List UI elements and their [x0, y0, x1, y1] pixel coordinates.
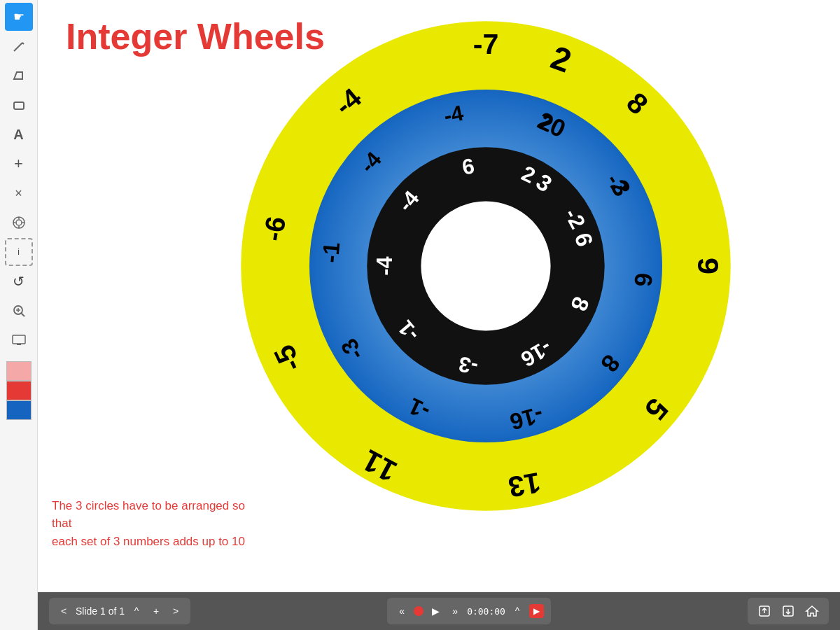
svg-text:9: 9: [692, 258, 725, 274]
wheel-container: 2 9 5 13 11 -5 -6 -4 -7 8 20 3 6 8 -16: [234, 14, 738, 518]
svg-text:-1: -1: [317, 241, 344, 263]
share-btn[interactable]: [755, 603, 774, 620]
color-swatch-peach[interactable]: [6, 361, 31, 381]
next-slide-btn[interactable]: >: [168, 604, 183, 618]
download-btn[interactable]: [778, 603, 798, 620]
fast-forward-btn[interactable]: »: [447, 604, 463, 618]
text-tool-btn[interactable]: A: [5, 120, 33, 148]
right-actions-group: [748, 598, 829, 624]
slide-canvas: Integer Wheels: [38, 0, 840, 592]
svg-text:13: 13: [506, 466, 543, 503]
time-expand-btn[interactable]: ^: [510, 604, 525, 618]
rewind-btn[interactable]: «: [394, 604, 410, 618]
play-btn[interactable]: ▶: [428, 604, 443, 618]
playback-group: « ▶ » 0:00:00 ^ ▶: [387, 598, 551, 624]
svg-marker-57: [806, 606, 818, 616]
add-tool-btn[interactable]: +: [5, 150, 33, 178]
color-swatches: [6, 361, 31, 420]
eraser-tool-btn[interactable]: [5, 62, 33, 90]
info-tool-btn[interactable]: i: [5, 238, 33, 266]
play-outline-btn[interactable]: ▶: [529, 604, 544, 618]
close-tool-btn[interactable]: ×: [5, 179, 33, 207]
svg-text:-7: -7: [473, 28, 499, 60]
svg-point-5: [16, 220, 22, 225]
app-container: ☛ A + × i ↺: [0, 0, 840, 630]
svg-line-0: [14, 43, 22, 51]
color-swatch-blue[interactable]: [6, 400, 31, 420]
bottom-toolbar: < Slide 1 of 1 ^ + > « ▶ » 0:00:00 ^ ▶: [38, 592, 840, 630]
prev-slide-btn[interactable]: <: [56, 604, 71, 618]
svg-text:-6: -6: [258, 214, 291, 244]
main-content: Integer Wheels: [38, 0, 840, 630]
svg-marker-2: [14, 72, 22, 79]
pointer-tool-btn[interactable]: ☛: [5, 3, 33, 31]
target-tool-btn[interactable]: [5, 209, 33, 237]
home-btn[interactable]: [802, 603, 822, 620]
pen-tool-btn[interactable]: [5, 32, 33, 60]
zoom-btn[interactable]: [5, 297, 33, 325]
svg-text:6: 6: [629, 272, 658, 288]
color-swatch-red[interactable]: [6, 381, 31, 400]
svg-text:-4: -4: [372, 256, 397, 275]
add-slide-btn[interactable]: +: [148, 604, 164, 618]
undo-btn[interactable]: ↺: [5, 267, 33, 295]
time-display: 0:00:00: [467, 606, 505, 617]
svg-point-19: [421, 201, 550, 330]
svg-line-1: [22, 43, 24, 44]
svg-rect-3: [14, 102, 24, 109]
sidebar: ☛ A + × i ↺: [0, 0, 38, 630]
svg-line-11: [21, 314, 24, 317]
slide-nav-group: < Slide 1 of 1 ^ + >: [49, 598, 190, 624]
description-text: The 3 circles have to be arranged so tha…: [52, 497, 262, 551]
slide-label: Slide 1 of 1: [76, 606, 125, 617]
svg-rect-14: [13, 335, 25, 344]
slide-up-btn[interactable]: ^: [129, 604, 144, 618]
record-btn[interactable]: [414, 606, 424, 616]
shape-tool-btn[interactable]: [5, 91, 33, 119]
screen-btn[interactable]: [5, 326, 33, 354]
